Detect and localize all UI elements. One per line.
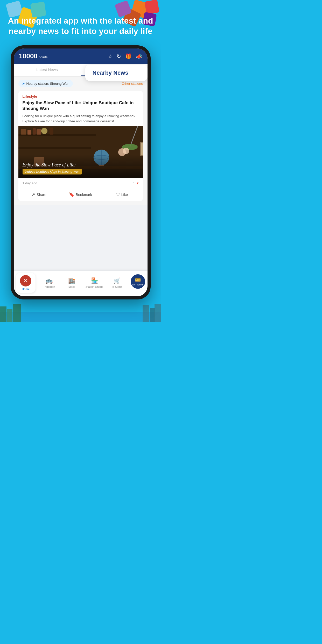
nav-transport[interactable]: 🚌 Transport <box>40 277 58 288</box>
share-button[interactable]: ↗ Share <box>18 190 60 200</box>
nav-home[interactable]: ✕ Home <box>16 273 36 293</box>
points-label: points <box>39 55 48 59</box>
app-header: 10000 points ☆ ↻ 🎁 📣 <box>14 48 148 64</box>
content-area: ➤ Nearby station: Sheung Wan Other stati… <box>14 76 148 205</box>
news-image-overlay: Enjoy the Slow Pace of Life: Unique Bout… <box>18 155 143 178</box>
like-label: Like <box>121 193 128 197</box>
svg-rect-26 <box>143 305 149 322</box>
station-shops-label: Station Shops <box>86 285 103 288</box>
transport-icon: 🚌 <box>46 277 53 284</box>
svg-point-7 <box>41 128 47 134</box>
bottom-nav: ✕ Home 🚌 Transport 🏬 Malls 🏪 Station Sho… <box>14 271 148 296</box>
station-row: ➤ Nearby station: Sheung Wan Other stati… <box>18 80 143 87</box>
image-title-line1: Enjoy the Slow Pace of Life: <box>23 162 139 168</box>
svg-rect-27 <box>150 308 155 322</box>
phone-screen: 10000 points ☆ ↻ 🎁 📣 Latest News Nearby … <box>14 48 148 296</box>
station-badge[interactable]: ➤ Nearby station: Sheung Wan <box>18 80 73 87</box>
tickets-label: My Tickets <box>132 283 144 286</box>
svg-rect-23 <box>0 306 6 322</box>
phone-mockup: 10000 points ☆ ↻ 🎁 📣 Latest News Nearby … <box>11 45 151 299</box>
svg-rect-5 <box>33 128 36 135</box>
nav-malls[interactable]: 🏬 Malls <box>63 277 81 288</box>
heart-icon: ♥ <box>136 181 138 185</box>
action-bar: ↗ Share 🔖 Bookmark ♡ Like <box>18 188 143 201</box>
other-stations-link[interactable]: Other stations <box>122 82 143 86</box>
svg-rect-4 <box>27 130 31 135</box>
news-footer: 1 day ago 1 ♥ <box>18 178 143 188</box>
svg-rect-28 <box>155 304 161 322</box>
star-icon[interactable]: ☆ <box>108 53 113 59</box>
city-silhouette <box>0 296 161 322</box>
bookmark-label: Bookmark <box>76 193 92 197</box>
svg-rect-3 <box>21 129 26 135</box>
svg-rect-25 <box>13 304 21 322</box>
news-timestamp: 1 day ago <box>23 181 37 185</box>
station-shops-icon: 🏪 <box>91 277 98 284</box>
home-icon-symbol: ✕ <box>23 277 28 284</box>
svg-rect-6 <box>37 129 41 135</box>
refresh-icon[interactable]: ↻ <box>117 53 121 59</box>
hero-title: An integrated app with the latest and ne… <box>5 16 156 36</box>
svg-rect-21 <box>141 143 143 155</box>
home-label: Home <box>22 288 30 291</box>
header-icons: ☆ ↻ 🎁 📣 <box>108 53 142 59</box>
malls-label: Malls <box>68 285 75 288</box>
svg-rect-22 <box>0 312 161 322</box>
my-tickets-button[interactable]: 🎫 My Tickets <box>131 274 145 289</box>
home-icon: ✕ <box>20 275 31 286</box>
location-icon: ➤ <box>22 82 25 86</box>
hero-section: An integrated app with the latest and ne… <box>0 16 161 36</box>
news-card-body: Lifestyle Enjoy the Slow Pace of Life: U… <box>18 91 143 126</box>
estore-label: e-Store <box>112 285 122 288</box>
tab-latest-news[interactable]: Latest News <box>14 64 81 76</box>
megaphone-icon[interactable]: 📣 <box>136 53 142 59</box>
city-svg <box>0 296 161 322</box>
nearby-news-popup: Nearby News <box>85 65 148 81</box>
news-title: Enjoy the Slow Pace of Life: Unique Bout… <box>23 100 139 111</box>
news-category: Lifestyle <box>23 94 139 99</box>
news-card: Lifestyle Enjoy the Slow Pace of Life: U… <box>18 91 143 201</box>
svg-rect-24 <box>7 309 12 322</box>
share-label: Share <box>37 193 46 197</box>
station-name: Nearby station: Sheung Wan <box>26 82 69 86</box>
svg-rect-8 <box>50 128 53 135</box>
tabs-container: Latest News Nearby News Nearby News <box>14 64 148 76</box>
estore-icon: 🛒 <box>114 277 121 284</box>
image-title-line2: Unique Boutique Cafe in Sheung Wan <box>23 169 82 174</box>
news-image: Enjoy the Slow Pace of Life: Unique Bout… <box>18 126 143 178</box>
like-button[interactable]: ♡ Like <box>101 190 143 200</box>
nearby-popup-label: Nearby News <box>93 69 128 76</box>
svg-point-19 <box>123 148 129 154</box>
news-description: Looking for a unique place with a quiet … <box>23 114 139 124</box>
tickets-icon: 🎫 <box>135 277 141 283</box>
points-number: 10000 <box>19 52 38 60</box>
like-icon: ♡ <box>116 192 120 197</box>
bookmark-button[interactable]: 🔖 Bookmark <box>60 190 101 200</box>
transport-label: Transport <box>43 285 55 288</box>
points-display: 10000 points <box>19 52 48 60</box>
news-likes: 1 ♥ <box>133 181 138 185</box>
svg-rect-2 <box>18 147 91 149</box>
gift-icon[interactable]: 🎁 <box>125 53 132 59</box>
nav-estore[interactable]: 🛒 e-Store <box>108 277 126 288</box>
share-icon: ↗ <box>32 192 35 197</box>
malls-icon: 🏬 <box>68 277 75 284</box>
likes-count: 1 <box>133 181 135 185</box>
nav-station-shops[interactable]: 🏪 Station Shops <box>85 277 103 288</box>
bookmark-icon: 🔖 <box>69 192 74 197</box>
